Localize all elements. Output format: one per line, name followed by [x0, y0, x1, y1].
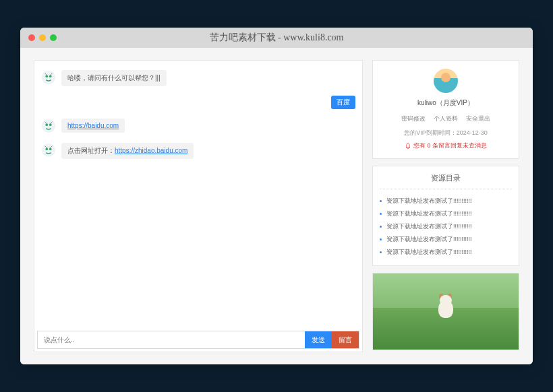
catalog-list: 资源下载地址发布测试了!!!!!!!!!!! 资源下载地址发布测试了!!!!!!… [380, 195, 512, 259]
user-pill: 百度 [331, 96, 355, 109]
message-link[interactable]: https://zhidao.baidu.com [115, 147, 187, 154]
send-button[interactable]: 发送 [305, 331, 332, 348]
chat-input[interactable] [38, 331, 305, 348]
bot-avatar-icon [41, 70, 56, 85]
message-prefix: 点击网址打开： [67, 147, 115, 154]
svg-point-4 [45, 123, 48, 126]
sidebar: kuliwo（月度VIP） 密码修改 个人资料 安全退出 您的VIP到期时间：2… [372, 60, 519, 352]
catalog-item[interactable]: 资源下载地址发布测试了!!!!!!!!!!! [380, 246, 512, 259]
user-avatar [434, 69, 458, 93]
catalog-item[interactable]: 资源下载地址发布测试了!!!!!!!!!!! [380, 207, 512, 220]
username-label: kuliwo（月度VIP） [380, 98, 512, 108]
logout-link[interactable]: 安全退出 [466, 115, 490, 123]
dog-illustration [434, 295, 457, 322]
alert-text: 您有 0 条留言回复未查消息 [413, 141, 487, 150]
message-bubble: 点击网址打开：https://zhidao.baidu.com [61, 143, 194, 159]
notification-alert[interactable]: 您有 0 条留言回复未查消息 [380, 141, 512, 150]
message-bubble: 哈喽，请问有什么可以帮您？||| [61, 70, 167, 86]
chat-message: 哈喽，请问有什么可以帮您？||| [41, 70, 355, 86]
promo-image [372, 273, 519, 350]
personal-info-link[interactable]: 个人资料 [434, 115, 458, 123]
catalog-item[interactable]: 资源下载地址发布测试了!!!!!!!!!!! [380, 195, 512, 207]
change-password-link[interactable]: 密码修改 [401, 115, 426, 123]
bot-avatar-icon [41, 143, 56, 158]
vip-expiry-label: 您的VIP到期时间：2024-12-30 [380, 129, 512, 137]
catalog-title: 资源目录 [380, 173, 512, 189]
catalog-item[interactable]: 资源下载地址发布测试了!!!!!!!!!!! [380, 233, 512, 246]
svg-point-1 [45, 75, 48, 77]
bot-avatar-icon [41, 119, 56, 133]
chat-message-user: 百度 [41, 96, 355, 109]
app-window: 苦力吧素材下载 - www.kuli8.com 哈喽，请问有什么可以帮您？|||… [20, 28, 533, 364]
chat-message: 点击网址打开：https://zhidao.baidu.com [41, 143, 355, 159]
message-bubble: https://baidu.com [61, 119, 125, 133]
window-title: 苦力吧素材下载 - www.kuli8.com [20, 32, 533, 44]
chat-message: https://baidu.com [41, 119, 355, 133]
svg-point-7 [45, 148, 48, 150]
profile-panel: kuliwo（月度VIP） 密码修改 个人资料 安全退出 您的VIP到期时间：2… [372, 60, 519, 159]
bell-icon [405, 143, 411, 150]
catalog-panel: 资源目录 资源下载地址发布测试了!!!!!!!!!!! 资源下载地址发布测试了!… [372, 166, 519, 266]
chat-log: 哈喽，请问有什么可以帮您？||| 百度 https://baidu.com [34, 61, 362, 328]
svg-point-8 [49, 148, 52, 150]
svg-point-2 [49, 75, 52, 77]
svg-point-5 [49, 123, 52, 126]
catalog-item[interactable]: 资源下载地址发布测试了!!!!!!!!!!! [380, 220, 512, 233]
leave-message-button[interactable]: 留言 [332, 331, 359, 348]
svg-point-0 [42, 71, 55, 84]
content-area: 哈喽，请问有什么可以帮您？||| 百度 https://baidu.com [20, 48, 533, 364]
titlebar: 苦力吧素材下载 - www.kuli8.com [20, 28, 533, 48]
input-bar: 发送 留言 [37, 331, 359, 349]
svg-point-6 [42, 143, 55, 157]
svg-point-3 [42, 119, 55, 133]
chat-panel: 哈喽，请问有什么可以帮您？||| 百度 https://baidu.com [34, 60, 363, 352]
message-link[interactable]: https://baidu.com [67, 122, 119, 129]
profile-links: 密码修改 个人资料 安全退出 [380, 115, 512, 123]
